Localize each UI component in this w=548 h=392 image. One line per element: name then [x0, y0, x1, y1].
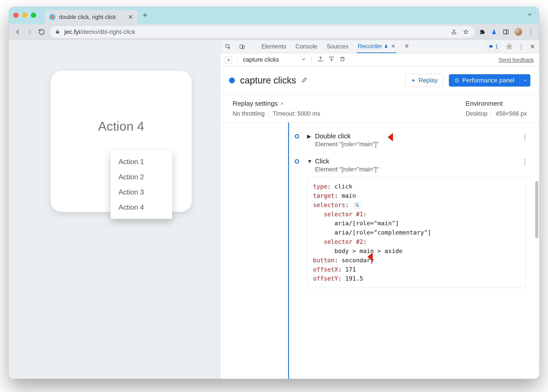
browser-tab[interactable]: double click, right click ✕: [45, 10, 137, 24]
recorder-toolbar: + capture clicks: [220, 53, 539, 67]
throttling-value: No throttling: [232, 110, 265, 117]
browser-menu-button[interactable]: ⋮: [527, 28, 534, 36]
step-subtitle: Element "[role="main"]": [315, 141, 379, 148]
replay-button-label: Replay: [419, 77, 438, 84]
back-button[interactable]: [14, 28, 21, 36]
svg-point-5: [509, 46, 510, 47]
favicon-icon: [49, 14, 56, 20]
flask-icon: [384, 43, 388, 50]
devtools-close-button[interactable]: ✕: [530, 43, 535, 50]
annotation-arrow-icon: [367, 251, 385, 263]
steps-panel[interactable]: ▶ Double click Element "[role="main"]" ⋮: [220, 123, 539, 379]
lock-icon: [55, 29, 60, 35]
replay-button[interactable]: Replay: [405, 74, 444, 87]
omnibox[interactable]: jec.fyi/demo/dbl-right-click: [50, 26, 474, 38]
issues-badge[interactable]: 1: [486, 42, 501, 51]
tab-recorder[interactable]: Recorder ✕: [357, 40, 396, 53]
step-subtitle: Element "[role="main"]": [315, 166, 379, 173]
tabs-dropdown-button[interactable]: [527, 12, 533, 19]
recording-title: capture clicks: [240, 75, 296, 86]
performance-panel-dropdown[interactable]: [520, 74, 530, 87]
scrollbar-thumb[interactable]: [535, 181, 538, 238]
toolbar: jec.fyi/demo/dbl-right-click: [9, 24, 539, 40]
step-menu-button[interactable]: ⋮: [522, 158, 528, 166]
recording-select-label: capture clicks: [243, 56, 279, 63]
step-click: ▼ Click Element "[role="main"]" ⋮ type: …: [295, 153, 530, 293]
step-details-code[interactable]: type: click target: main selectors: sele…: [307, 177, 526, 288]
tab-console[interactable]: Console: [295, 40, 318, 53]
window-minimize-button[interactable]: [22, 13, 27, 18]
experiments-flask-icon[interactable]: [491, 29, 497, 35]
new-tab-button[interactable]: +: [143, 11, 147, 20]
tab-elements[interactable]: Elements: [260, 40, 287, 53]
tab-close-button[interactable]: ✕: [128, 14, 133, 21]
devtools-panel: Elements Console Sources Recorder ✕: [220, 40, 539, 379]
forward-button[interactable]: [26, 28, 34, 36]
recording-select[interactable]: capture clicks: [243, 56, 306, 63]
timeline-line: [288, 123, 289, 379]
recorder-settings: Replay settings No throttling Timeout: 5…: [220, 94, 539, 123]
step-title: Click: [315, 157, 379, 165]
selector-picker-icon[interactable]: [354, 202, 361, 208]
devtools-tabbar: Elements Console Sources Recorder ✕: [220, 40, 539, 53]
device-toggle-icon[interactable]: [239, 43, 245, 50]
browser-window: double click, right click ✕ +: [9, 7, 539, 379]
traffic-lights: [13, 13, 36, 18]
extension-icons: ⋮: [479, 28, 534, 36]
tab-close-icon[interactable]: ✕: [391, 43, 395, 49]
tab-strip: double click, right click ✕ +: [9, 7, 539, 24]
demo-card-title: Action 4: [98, 119, 144, 133]
edit-title-button[interactable]: [301, 77, 308, 84]
window-close-button[interactable]: [13, 13, 19, 18]
performance-panel-label: Performance panel: [462, 77, 514, 84]
step-double-click: ▶ Double click Element "[role="main"]" ⋮: [295, 127, 530, 153]
export-icon[interactable]: [318, 56, 323, 63]
context-menu-item[interactable]: Action 2: [111, 169, 172, 185]
environment-device: Desktop: [466, 110, 487, 117]
annotation-arrow-icon: [388, 131, 405, 143]
step-menu-button[interactable]: ⋮: [522, 133, 528, 140]
devtools-menu-button[interactable]: ⋮: [518, 43, 524, 50]
tab-sources[interactable]: Sources: [326, 40, 349, 53]
step-title: Double click: [315, 132, 379, 140]
chevron-down-icon: [301, 56, 306, 63]
reload-button[interactable]: [38, 28, 45, 36]
import-icon[interactable]: [329, 56, 334, 63]
side-panel-icon[interactable]: [503, 29, 509, 35]
timeout-value: Timeout: 5000 ms: [273, 110, 320, 117]
page-content[interactable]: Action 4 Action 1 Action 2 Action 3 Acti…: [9, 40, 220, 379]
environment-label: Environment: [466, 100, 527, 107]
delete-icon[interactable]: [340, 56, 345, 63]
send-feedback-link[interactable]: Send feedback: [499, 57, 534, 63]
url-text: jec.fyi/demo/dbl-right-click: [64, 28, 135, 35]
tab-recorder-label: Recorder: [358, 43, 382, 50]
replay-settings-label: Replay settings: [232, 100, 278, 107]
step-node-icon: [295, 159, 299, 164]
performance-panel-button-group: Performance panel: [449, 74, 530, 87]
issues-count: 1: [495, 43, 498, 50]
replay-settings-toggle[interactable]: Replay settings: [232, 100, 320, 107]
performance-panel-button[interactable]: Performance panel: [449, 74, 520, 87]
share-icon[interactable]: [451, 29, 457, 35]
window-zoom-button[interactable]: [31, 13, 36, 18]
context-menu-item[interactable]: Action 4: [111, 200, 172, 215]
step-expand-toggle[interactable]: ▼: [307, 158, 311, 165]
record-indicator-icon: [229, 77, 235, 83]
step-node-icon: [295, 134, 299, 139]
context-menu: Action 1 Action 2 Action 3 Action 4: [111, 150, 172, 219]
environment-size: 458×566 px: [496, 110, 527, 117]
step-expand-toggle[interactable]: ▶: [307, 133, 311, 140]
settings-gear-icon[interactable]: [506, 43, 513, 50]
recorder-header: capture clicks Replay Performance panel: [220, 67, 539, 94]
svg-rect-1: [504, 30, 508, 34]
svg-rect-6: [341, 58, 344, 61]
context-menu-item[interactable]: Action 1: [111, 154, 172, 169]
tab-title: double click, right click: [59, 14, 124, 21]
tabs-overflow-button[interactable]: [404, 43, 410, 50]
star-icon[interactable]: [463, 29, 469, 35]
extensions-puzzle-icon[interactable]: [479, 29, 485, 35]
new-recording-button[interactable]: +: [225, 56, 232, 63]
inspect-element-icon[interactable]: [225, 43, 231, 50]
profile-avatar[interactable]: [514, 28, 522, 36]
context-menu-item[interactable]: Action 3: [111, 185, 172, 200]
